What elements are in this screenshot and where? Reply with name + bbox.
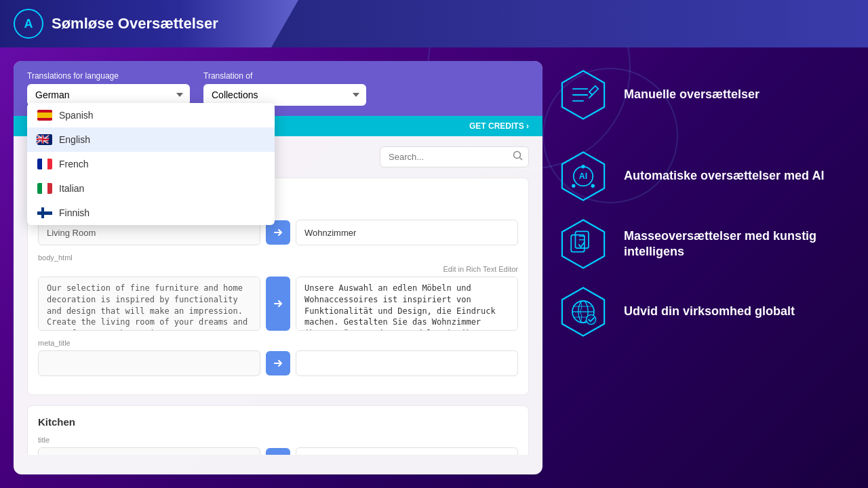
field-label-meta-1: meta_title (38, 339, 518, 347)
edit-link-body-1[interactable]: Edit in Rich Text Editor (38, 265, 518, 273)
dropdown-item-french[interactable]: French (27, 152, 275, 176)
translate-button-title-2[interactable] (266, 448, 290, 455)
translation-row-body-1: Our selection of fine furniture and home… (38, 277, 518, 331)
section-kitchen: Kitchen title body_html Edit in Rich Tex… (27, 405, 529, 455)
dropdown-label-finnish: Finnish (59, 207, 90, 218)
logo-icon: A (14, 9, 43, 39)
arrow-right-icon-4 (272, 454, 284, 455)
target-input-meta-1[interactable] (296, 350, 518, 376)
feature-ai-icon: AI (556, 149, 610, 203)
main-layout: Translations for language German Spanish… (0, 47, 868, 488)
search-input-wrap (380, 146, 529, 167)
language-control-group: Translations for language German Spanish… (27, 71, 190, 106)
svg-line-3 (520, 157, 523, 160)
translate-button-body-1[interactable] (266, 277, 290, 331)
dropdown-label-french: French (59, 159, 89, 169)
feature-ai-text: Automatiske oversættelser med AI (624, 168, 824, 184)
svg-rect-16 (571, 235, 585, 252)
right-panel: Manuelle oversættelser AI Automatiske ov… (556, 61, 854, 474)
feature-manual-icon (556, 68, 610, 122)
feature-mass-icon (556, 217, 610, 271)
collection-label: Translation of (203, 71, 366, 81)
feature-ai: AI Automatiske oversættelser med AI (556, 149, 854, 203)
svg-point-12 (581, 165, 585, 168)
feature-global-icon (556, 285, 610, 339)
arrow-right-icon (272, 226, 284, 239)
translation-row-title-2 (38, 447, 518, 455)
arrow-right-icon-3 (272, 357, 284, 369)
language-dropdown: Spanish English French Italian Finnish (27, 103, 275, 225)
search-icon[interactable] (513, 150, 524, 164)
search-input[interactable] (380, 146, 529, 167)
flag-french (37, 159, 52, 169)
dropdown-item-spanish[interactable]: Spanish (27, 103, 275, 127)
section-kitchen-title: Kitchen (38, 416, 518, 428)
feature-manual-text: Manuelle oversættelser (624, 87, 760, 102)
target-input-title-2[interactable] (296, 447, 518, 455)
flag-finnish (37, 207, 52, 218)
header: A Sømløse Oversættelser (0, 0, 868, 47)
dropdown-label-spanish: Spanish (59, 110, 94, 121)
dropdown-item-english[interactable]: English (27, 127, 275, 152)
source-textarea-body-1[interactable]: Our selection of fine furniture and home… (38, 277, 260, 331)
dropdown-item-finnish[interactable]: Finnish (27, 201, 275, 225)
field-label-title-2: title (38, 436, 518, 444)
language-label: Translations for language (27, 71, 190, 81)
get-credits-button[interactable]: GET CREDITS › (469, 121, 529, 131)
dropdown-item-italian[interactable]: Italian (27, 176, 275, 201)
svg-point-26 (586, 314, 595, 324)
feature-mass-text: Masseoversættelser med kunstig intellige… (624, 228, 854, 260)
feature-manual: Manuelle oversættelser (556, 68, 854, 122)
target-textarea-body-1[interactable]: Unsere Auswahl an edlen Möbeln und Wohna… (296, 277, 518, 331)
header-brand: A Sømløse Oversættelser (0, 0, 298, 47)
arrow-right-icon-2 (272, 298, 284, 310)
target-input-title-1[interactable] (296, 220, 518, 245)
svg-text:AI: AI (579, 171, 587, 181)
flag-english (37, 134, 52, 145)
feature-global-text: Udvid din virksomhed globalt (624, 304, 795, 319)
app-title: Sømløse Oversættelser (52, 15, 218, 33)
feature-mass: Masseoversættelser med kunstig intellige… (556, 217, 854, 271)
flag-spanish (37, 110, 52, 121)
svg-point-2 (514, 151, 521, 158)
svg-point-14 (572, 184, 575, 188)
left-panel: Translations for language German Spanish… (14, 61, 542, 474)
translate-button-meta-1[interactable] (266, 351, 290, 375)
translation-row-meta-1 (38, 350, 518, 376)
dropdown-label-italian: Italian (59, 183, 84, 194)
source-input-title-2[interactable] (38, 447, 260, 455)
source-input-meta-1[interactable] (38, 350, 260, 376)
field-label-body-1: body_html (38, 253, 518, 262)
svg-line-8 (589, 95, 592, 98)
dropdown-label-english: English (59, 134, 90, 145)
collection-control-group: Translation of Collections (203, 71, 366, 106)
svg-point-13 (591, 184, 595, 188)
feature-global: Udvid din virksomhed globalt (556, 285, 854, 339)
flag-italian (37, 183, 52, 194)
